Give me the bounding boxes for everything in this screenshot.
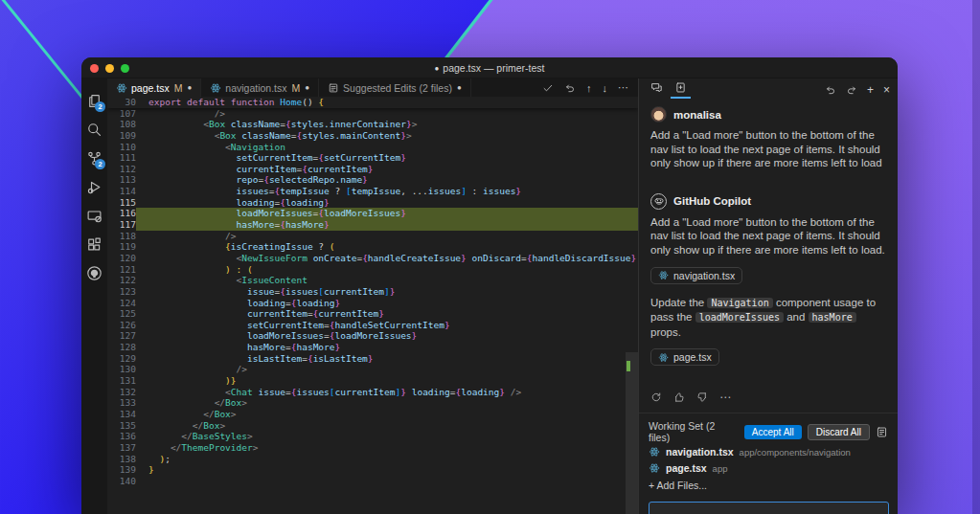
activity-item-github[interactable] [81,258,107,287]
line-number: 122 [107,275,136,286]
add-files-button[interactable]: + Add Files... [649,476,888,493]
edit-session-icon [674,81,687,94]
line-number: 111 [107,152,136,164]
tab-page.tsx[interactable]: page.tsxM● [107,78,201,97]
activity-item-remote-explorer[interactable] [81,201,107,230]
activity-item-extensions[interactable] [81,230,107,258]
activity-item-source-control[interactable]: 2 [81,144,107,172]
react-icon [116,82,127,94]
code-lines: 107 />108 <Box className={styles.innerCo… [107,108,638,487]
file-chip-row: page.tsx [650,348,886,377]
check-icon[interactable] [542,82,554,94]
more-icon[interactable]: ⋯ [719,391,731,404]
search-icon [86,122,103,138]
undo-icon[interactable] [825,84,836,96]
copilot-edits-panel: +× monalisaAdd a "Load more" button to t… [638,78,898,514]
thumbs-up-icon[interactable] [673,391,685,403]
code-line: 128 hasMore={hasMore} [107,342,638,353]
code-text: </Box> [136,420,638,432]
code-text: ) : ( [136,264,638,276]
code-text: {isCreatingIssue ? ( [136,241,638,253]
line-number: 30 [107,97,136,108]
code-text: <NewIssueForm onCreate={handleCreateIssu… [136,253,638,264]
code-line: 114 issues={tempIssue ? [tempIssue, ...i… [107,186,638,197]
titlebar[interactable]: ●page.tsx — primer-test [81,57,898,78]
code-line: 109 <Box className={styles.mainContent}> [107,130,638,142]
accept-all-button[interactable]: Accept All [744,425,802,439]
diff-document-icon[interactable] [876,426,888,438]
file-name: page.tsx [666,462,707,474]
tab-bar: page.tsxM●navigation.tsxM●Suggested Edit… [107,78,638,97]
code-text: setCurrentItem={setCurrentItem} [136,152,638,164]
file-chip-label: navigation.tsx [673,270,735,281]
code-text: /> [136,364,638,375]
code-text: <IssueContent [136,275,638,286]
react-icon [210,82,221,94]
arrow-down-icon[interactable]: ↓ [603,82,608,94]
chat-message: GitHub CopilotAdd a "Load more" button t… [650,193,886,405]
code-editor[interactable]: 30export default function Home() { 107 /… [107,97,638,514]
line-number: 118 [107,231,136,242]
code-text: export default function Home() { [136,97,638,108]
vscode-window: ●page.tsx — primer-test 22 page.tsxM●nav… [81,57,898,514]
chat-panel-header: +× [639,78,898,99]
code-text: </Box> [136,397,638,409]
file-chip-page.tsx[interactable]: page.tsx [650,348,719,366]
working-set-file-navigation.tsx[interactable]: navigation.tsxapp/components/navigation [649,443,888,459]
line-number: 112 [107,164,136,175]
discard-all-button[interactable]: Discard All [808,424,870,440]
code-text: loading={loading} [136,298,638,309]
activity-item-explorer[interactable]: 2 [81,86,107,115]
dirty-indicator: ● [305,83,309,92]
code-line: 30export default function Home() { [107,97,638,108]
editor-scrollbar[interactable] [626,352,638,514]
message-text: Update the Navigation component usage to… [650,296,886,340]
code-line: 135 </Box> [107,420,638,432]
chat-input[interactable] [649,502,889,514]
code-text: hasMore={hasMore} [136,219,638,231]
activity-item-search[interactable] [81,115,107,144]
code-text: hasMore={hasMore} [136,342,638,353]
line-number: 107 [107,108,136,120]
code-line: 127 loadMoreIssues={loadMoreIssues} [107,330,638,342]
line-number: 130 [107,364,136,375]
redo-icon[interactable] [846,84,857,96]
line-number: 110 [107,142,136,153]
thumbs-down-icon[interactable] [696,391,708,403]
code-line: 120 <NewIssueForm onCreate={handleCreate… [107,253,638,264]
activity-item-run-debug[interactable] [81,172,107,201]
line-number: 133 [107,397,136,409]
line-number: 140 [107,476,136,487]
code-line: 108 <Box className={styles.innerContaine… [107,119,638,130]
code-line: 125 currentItem={currentItem} [107,308,638,320]
refresh-icon[interactable] [650,391,662,403]
sticky-scroll-line[interactable]: 30export default function Home() { [107,97,638,108]
file-chip-navigation.tsx[interactable]: navigation.tsx [650,267,742,284]
chat-header-tab-chat-icon[interactable] [647,80,667,99]
code-line: 133 </Box> [107,397,638,409]
working-set-panel: Working Set (2 files) Accept All Discard… [639,413,898,497]
code-line: 119 {isCreatingIssue ? ( [107,241,638,253]
code-text: loadMoreIssues={loadMoreIssues} [136,208,638,219]
line-number: 119 [107,241,136,253]
code-line: 121 ) : ( [107,264,638,276]
close-icon[interactable]: × [883,83,890,97]
react-icon [649,462,660,474]
code-line: 116 loadMoreIssues={loadMoreIssues} [107,208,638,219]
line-number: 134 [107,409,136,420]
line-number: 125 [107,308,136,320]
tab-suggested-edits-2-files-[interactable]: Suggested Edits (2 files)● [319,78,471,97]
discard-icon[interactable] [564,82,576,94]
chat-header-tab-edit-session-icon[interactable] [671,80,691,99]
arrow-up-icon[interactable]: ↑ [586,82,592,94]
debug-icon [86,179,103,195]
line-number: 129 [107,353,136,365]
more-icon[interactable]: ⋯ [618,81,628,94]
tab-navigation.tsx[interactable]: navigation.tsxM● [201,78,319,97]
code-text: setCurrentItem={handleSetCurrentItem} [136,320,638,331]
line-number: 108 [107,119,136,130]
code-text: )} [136,375,638,387]
working-set-file-page.tsx[interactable]: page.tsxapp [649,459,888,476]
new-chat-icon[interactable]: + [867,83,874,97]
github-icon [86,265,103,281]
